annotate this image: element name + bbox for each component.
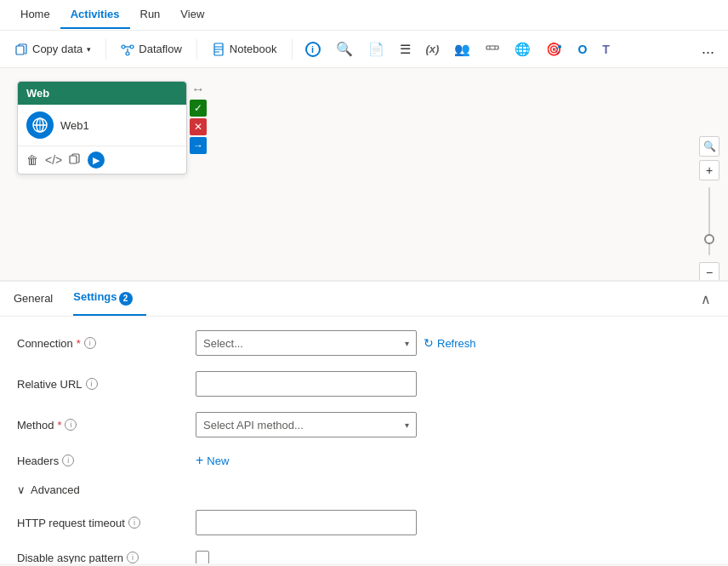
zoom-thumb[interactable] bbox=[704, 234, 714, 244]
copy-node-icon[interactable] bbox=[69, 153, 81, 168]
delete-node-icon[interactable]: 🗑 bbox=[26, 153, 38, 167]
disable-async-control bbox=[196, 551, 711, 563]
svg-point-2 bbox=[130, 45, 134, 49]
teams-toolbar-button[interactable]: T bbox=[596, 37, 616, 61]
refresh-label: Refresh bbox=[437, 337, 476, 350]
method-info-icon[interactable]: i bbox=[65, 419, 77, 431]
copy-data-button[interactable]: Copy data ▾ bbox=[7, 37, 99, 61]
headers-label: Headers i bbox=[17, 455, 196, 467]
relative-url-label: Relative URL i bbox=[17, 378, 196, 391]
info-toolbar-button[interactable]: i bbox=[299, 37, 327, 62]
teams-toolbar-icon: T bbox=[602, 43, 610, 56]
advanced-toggle[interactable]: ∨ Advanced bbox=[17, 483, 711, 496]
list-toolbar-button[interactable]: ☰ bbox=[394, 37, 417, 62]
tab-general[interactable]: General bbox=[14, 283, 66, 315]
search-toolbar-button[interactable]: 🔍 bbox=[330, 36, 359, 62]
pipe-toolbar-button[interactable] bbox=[480, 36, 505, 62]
skip-icon: → bbox=[190, 137, 207, 154]
people-toolbar-icon: 👥 bbox=[454, 42, 470, 57]
zoom-controls: 🔍 + − bbox=[699, 136, 719, 281]
svg-point-1 bbox=[122, 45, 125, 49]
zoom-track bbox=[708, 187, 710, 255]
copy-icon bbox=[14, 43, 28, 56]
copy-data-label: Copy data bbox=[32, 43, 82, 55]
zoom-search-button[interactable]: 🔍 bbox=[699, 136, 719, 157]
search-toolbar-icon: 🔍 bbox=[336, 41, 353, 57]
tab-settings[interactable]: Settings2 bbox=[73, 282, 145, 316]
variable-toolbar-button[interactable]: (x) bbox=[420, 37, 446, 60]
settings-badge: 2 bbox=[119, 292, 133, 306]
tab-view[interactable]: View bbox=[170, 1, 214, 29]
info-toolbar-icon: i bbox=[305, 42, 321, 57]
success-icon: ✓ bbox=[190, 100, 207, 117]
more-toolbar-button[interactable]: ... bbox=[695, 37, 721, 61]
outlook-toolbar-button[interactable]: O bbox=[572, 37, 593, 61]
headers-info-icon[interactable]: i bbox=[62, 455, 74, 466]
method-select[interactable]: Select API method... ▾ bbox=[196, 412, 417, 437]
target-toolbar-button[interactable]: 🎯 bbox=[540, 37, 568, 62]
connection-select[interactable]: Select... ▾ bbox=[196, 330, 417, 356]
relative-url-info-icon[interactable]: i bbox=[86, 378, 98, 390]
table-toolbar-button[interactable]: 📄 bbox=[362, 37, 390, 62]
relative-url-control bbox=[196, 371, 711, 397]
connection-info-icon[interactable]: i bbox=[84, 337, 96, 349]
error-icon: ✕ bbox=[190, 118, 207, 135]
node-card-footer: 🗑 </> ▶ bbox=[18, 146, 186, 174]
advanced-label: Advanced bbox=[31, 483, 80, 496]
connection-label: Connection * i bbox=[17, 337, 196, 350]
variable-toolbar-icon: (x) bbox=[426, 43, 440, 55]
separator-1 bbox=[105, 39, 106, 60]
new-button[interactable]: + New bbox=[196, 453, 229, 468]
disable-async-checkbox[interactable] bbox=[196, 551, 209, 563]
tab-home[interactable]: Home bbox=[10, 1, 60, 29]
table-toolbar-icon: 📄 bbox=[368, 42, 384, 57]
svg-point-3 bbox=[126, 52, 129, 55]
method-select-chevron: ▾ bbox=[405, 420, 409, 430]
notebook-button[interactable]: Notebook bbox=[204, 37, 285, 61]
relative-url-row: Relative URL i bbox=[17, 371, 711, 397]
globe-toolbar-icon: 🌐 bbox=[515, 42, 531, 57]
canvas-area: Web Web1 🗑 </> ▶ bbox=[0, 68, 728, 281]
run-node-icon[interactable]: ▶ bbox=[88, 152, 105, 169]
connection-select-value: Select... bbox=[203, 337, 243, 350]
http-timeout-control bbox=[196, 510, 711, 535]
method-required: * bbox=[57, 419, 61, 432]
tab-run[interactable]: Run bbox=[130, 1, 171, 29]
disable-async-info-icon[interactable]: i bbox=[127, 552, 139, 563]
target-toolbar-icon: 🎯 bbox=[546, 42, 562, 57]
method-row: Method * i Select API method... ▾ bbox=[17, 412, 711, 437]
web-node-card[interactable]: Web Web1 🗑 </> ▶ bbox=[17, 81, 187, 174]
connection-required: * bbox=[77, 337, 81, 350]
separator-3 bbox=[292, 39, 293, 60]
dataflow-button[interactable]: Dataflow bbox=[113, 37, 190, 61]
node-card-header: Web bbox=[18, 82, 186, 105]
zoom-out-button[interactable]: − bbox=[699, 262, 719, 281]
node-card-body: Web1 bbox=[18, 105, 186, 146]
notebook-label: Notebook bbox=[230, 43, 277, 55]
people-toolbar-button[interactable]: 👥 bbox=[448, 37, 476, 62]
outlook-toolbar-icon: O bbox=[577, 43, 587, 56]
settings-content: Connection * i Select... ▾ ↻ Refresh Rel… bbox=[0, 317, 728, 563]
method-control: Select API method... ▾ bbox=[196, 412, 711, 437]
http-timeout-info-icon[interactable]: i bbox=[128, 517, 140, 529]
list-toolbar-icon: ☰ bbox=[400, 42, 411, 57]
tab-activities[interactable]: Activities bbox=[60, 1, 130, 29]
http-timeout-input[interactable] bbox=[196, 510, 417, 535]
http-timeout-label: HTTP request timeout i bbox=[17, 517, 196, 529]
refresh-button[interactable]: ↻ Refresh bbox=[424, 336, 476, 350]
connection-control: Select... ▾ ↻ Refresh bbox=[196, 330, 711, 356]
new-plus-icon: + bbox=[196, 453, 203, 468]
top-nav: Home Activities Run View bbox=[0, 0, 728, 31]
collapse-button[interactable]: ∧ bbox=[697, 288, 714, 311]
new-label: New bbox=[207, 455, 229, 467]
expand-icon: ↔ bbox=[190, 81, 207, 98]
relative-url-input[interactable] bbox=[196, 371, 417, 397]
zoom-in-button[interactable]: + bbox=[699, 160, 719, 180]
toolbar: Copy data ▾ Dataflow Notebook bbox=[0, 31, 728, 68]
globe-toolbar-button[interactable]: 🌐 bbox=[509, 37, 537, 62]
node-globe-icon bbox=[26, 111, 54, 139]
dataflow-icon bbox=[121, 43, 134, 56]
node-side-icons: ↔ ✓ ✕ → bbox=[190, 81, 207, 154]
code-node-icon[interactable]: </> bbox=[45, 153, 62, 167]
separator-2 bbox=[196, 39, 197, 60]
